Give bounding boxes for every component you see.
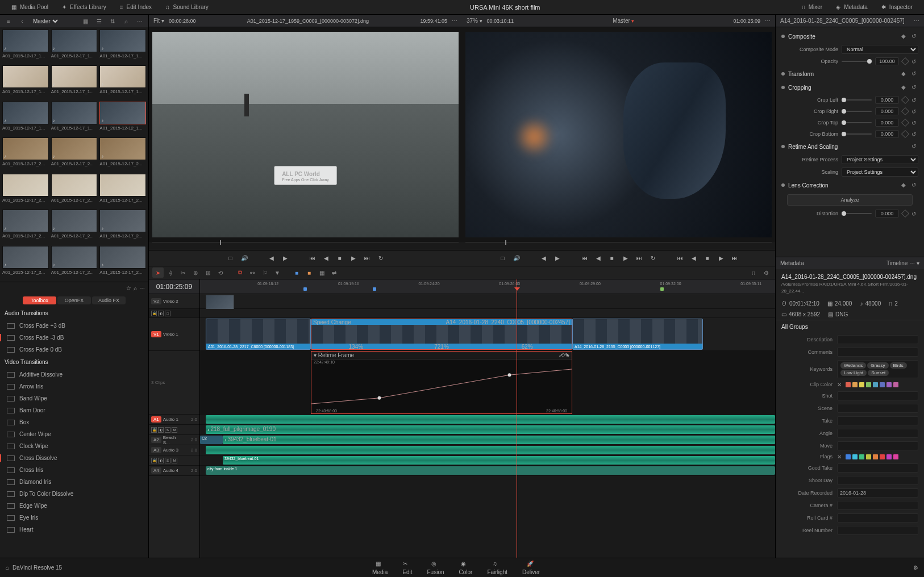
lane-a3[interactable] <box>200 445 775 455</box>
audio-transition-item[interactable]: Cross Fade 0 dB <box>0 344 148 356</box>
prev-icon[interactable]: ◀ <box>321 253 332 264</box>
video-transition-item[interactable]: Dip To Color Dissolve <box>0 488 148 500</box>
a3b-clip[interactable]: 39432_bluebeat-01 <box>223 456 775 465</box>
media-clip[interactable]: A01_2015-12-17_2... <box>2 137 49 171</box>
record-viewer[interactable] <box>465 32 772 237</box>
src-more-icon[interactable]: ⋯ <box>452 18 457 24</box>
metadata-fields[interactable]: Description Comments KeywordsWetlandsGra… <box>776 333 924 558</box>
lane-retime[interactable]: ▾ Retime Frame⤢ ✎ 22:42:49:10 22:40:58:0… <box>200 351 775 415</box>
flag-swatch[interactable] <box>859 454 864 459</box>
bin-dropdown[interactable]: Master <box>31 18 60 25</box>
opacity-value[interactable]: 100.00 <box>875 57 899 65</box>
first-icon[interactable]: ⏮ <box>579 253 590 264</box>
tl-swap-icon[interactable]: ⇄ <box>328 267 340 278</box>
media-clip[interactable]: A01_2015-12-17_2... <box>99 137 146 171</box>
first-icon[interactable]: ⏮ <box>307 253 318 264</box>
flag-swatches[interactable]: ✕ <box>837 454 898 460</box>
color-page[interactable]: ◉Color <box>455 559 477 576</box>
src-scrubber[interactable] <box>152 242 459 250</box>
track-a1-ctrls[interactable]: 🔒◐SM <box>149 425 199 435</box>
flag-swatch[interactable] <box>886 454 892 459</box>
video-transition-item[interactable]: Clock Wipe <box>0 440 148 452</box>
rec-timeline-name[interactable]: Master ▾ <box>518 18 729 24</box>
crop-reset-icon[interactable]: ↺ <box>911 84 918 91</box>
video-transition-item[interactable]: Diamond Iris <box>0 476 148 488</box>
thumb-view-icon[interactable]: ▦ <box>80 16 90 26</box>
keyframe-icon[interactable]: ◆ <box>901 33 908 40</box>
mixer-tab[interactable]: ⎍Mixer <box>795 0 829 15</box>
chevron-left-icon[interactable]: ‹ <box>17 16 27 26</box>
composite-mode-select[interactable]: Normal <box>842 45 918 54</box>
list-view-btn[interactable]: ☰ <box>94 16 104 26</box>
fx-more-icon[interactable]: ⋯ <box>139 285 145 291</box>
video-transition-item[interactable]: Arrow Iris <box>0 381 148 392</box>
camera-field[interactable] <box>837 501 918 510</box>
angle-field[interactable] <box>837 429 918 438</box>
vol-icon[interactable]: 🔊 <box>511 253 522 264</box>
a2-clip[interactable]: ♪ 39432_bluebeat-01 <box>223 436 775 444</box>
good-take-field[interactable] <box>837 463 918 473</box>
media-clip[interactable]: A01_2015-12-17_2... <box>51 246 98 279</box>
deliver-page[interactable]: 🚀Deliver <box>518 559 544 576</box>
a4-clip[interactable]: city from inside 1 <box>206 466 775 475</box>
inspector-tab[interactable]: ✱Inspector <box>875 0 919 15</box>
crop-left-slider[interactable] <box>842 99 872 101</box>
fx-search-icon[interactable]: ⌕ <box>134 285 137 291</box>
color-swatch[interactable] <box>846 382 851 387</box>
comments-field[interactable] <box>837 348 918 357</box>
snap-icon[interactable]: ⧉ <box>234 267 245 278</box>
play-icon[interactable]: ▶ <box>348 253 359 264</box>
opacity-slider[interactable] <box>842 61 872 62</box>
match-frame-icon[interactable]: □ <box>497 253 509 264</box>
crop-right-slider[interactable] <box>842 111 872 112</box>
search-icon[interactable]: ⌕ <box>121 16 131 26</box>
track-v2-ctrls[interactable]: 🔒◐□ <box>149 309 199 318</box>
audio-transition-item[interactable]: Cross Fade -3 dB <box>0 332 148 344</box>
next-icon[interactable]: ⏭ <box>634 253 645 264</box>
media-clip[interactable]: A01_2015-12-17_2... <box>51 174 98 207</box>
color-swatch[interactable] <box>880 382 885 387</box>
crop-bottom-slider[interactable] <box>842 133 872 135</box>
razor-tool[interactable]: ✂ <box>177 267 189 278</box>
marker-blue-2[interactable] <box>373 287 376 291</box>
media-pool-tab[interactable]: ▦Media Pool <box>5 0 55 15</box>
more-icon[interactable]: ⋯ <box>135 16 145 26</box>
media-pool-grid[interactable]: A01_2015-12-17_1...A01_2015-12-17_1...A0… <box>0 27 148 282</box>
media-clip[interactable]: A01_2015-12-17_2... <box>2 174 49 207</box>
stop-icon[interactable]: ■ <box>334 253 346 264</box>
flag-tool[interactable]: ⚐ <box>259 267 270 278</box>
timeline-ruler[interactable]: 01:09:18:1201:09:19:1601:09:24:2001:09:2… <box>200 279 775 294</box>
video-transition-item[interactable]: Cross Iris <box>0 464 148 476</box>
vol-icon[interactable]: 🔊 <box>239 253 250 264</box>
marker-tool[interactable]: ▼ <box>272 267 283 278</box>
fusion-page[interactable]: ◎Fusion <box>423 559 449 576</box>
video-transition-item[interactable]: Additive Dissolve <box>0 369 148 381</box>
disable-icon[interactable]: ◐ <box>158 311 164 316</box>
a2-clip-pre[interactable]: C2 <box>200 436 223 444</box>
a1-clip[interactable] <box>206 415 775 424</box>
lens-kf-icon[interactable]: ◆ <box>901 182 908 189</box>
color-swatch[interactable] <box>866 382 871 387</box>
media-clip[interactable]: A01_2015-12-12_1... <box>99 102 146 135</box>
audiofx-tab[interactable]: Audio FX <box>92 296 126 304</box>
track-a3-ctrls[interactable]: 🔒◐SM <box>149 455 199 466</box>
retime-reset-icon[interactable]: ↺ <box>911 143 918 150</box>
effects-library-tab[interactable]: ✦Effects Library <box>55 0 113 15</box>
app-menu[interactable]: ⌂DaVinci Resolve 15 <box>6 565 62 571</box>
edit-btn-0[interactable]: ⏮ <box>675 253 686 264</box>
tl-grid-icon[interactable]: ▦ <box>316 267 327 278</box>
media-clip[interactable]: A01_2015-12-17_1... <box>51 30 98 63</box>
scaling-select[interactable]: Project Settings <box>842 168 918 177</box>
flag-swatch[interactable] <box>893 454 898 459</box>
track-a1-header[interactable]: A1Audio 12.0 <box>149 415 199 425</box>
inspector-body[interactable]: Composite◆↺ Composite ModeNormal Opacity… <box>776 27 924 257</box>
video-transition-item[interactable]: Band Wipe <box>0 392 148 404</box>
edit-btn-2[interactable]: ■ <box>702 253 713 264</box>
a1b-clip[interactable]: ♪ 218_full_pilgrimage_0190 <box>206 425 775 434</box>
audio-transition-item[interactable]: Cross Fade +3 dB <box>0 320 148 332</box>
color-swatch[interactable] <box>852 382 858 387</box>
tl-blue-icon[interactable]: ■ <box>291 267 302 278</box>
track-a3-header[interactable]: A3Audio 32.0 <box>149 445 199 455</box>
lane-a1b[interactable]: ♪ 218_full_pilgrimage_0190 <box>200 425 775 435</box>
color-swatch[interactable] <box>886 382 892 387</box>
